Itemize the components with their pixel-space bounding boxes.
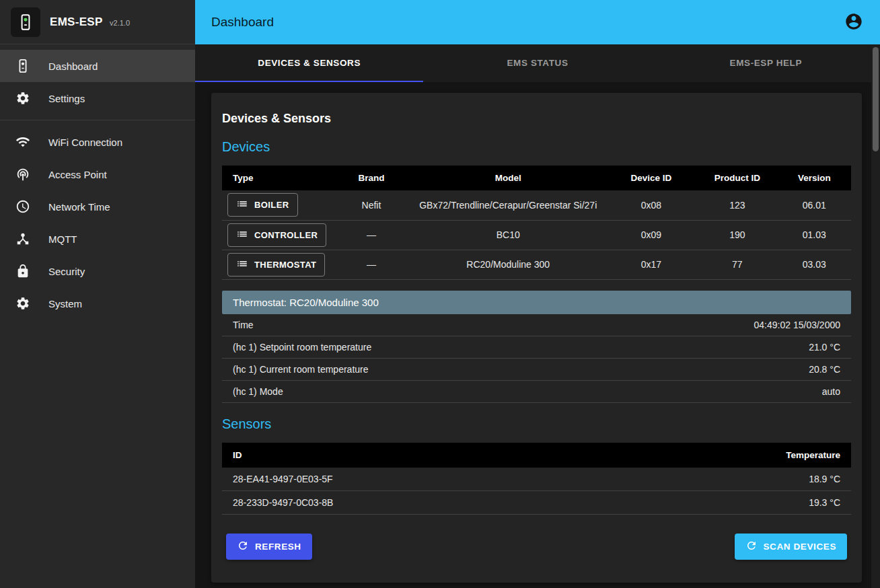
app-logo [11, 7, 40, 37]
detail-label: (hc 1) Current room temperature [233, 364, 369, 375]
sidebar-header: EMS-ESP v2.1.0 [0, 0, 195, 44]
sidebar: EMS-ESP v2.1.0 Dashboard Settings [0, 0, 195, 588]
device-hub-icon [15, 231, 31, 247]
device-type-button-boiler[interactable]: BOILER [227, 193, 298, 217]
page-title: Dashboard [211, 15, 274, 30]
tabbar: DEVICES & SENSORS EMS STATUS EMS-ESP HEL… [195, 44, 880, 82]
devices-heading: Devices [222, 139, 851, 155]
device-brand: Nefit [332, 190, 410, 220]
device-model: RC20/Moduline 300 [411, 250, 606, 279]
device-product-id: 190 [697, 220, 777, 250]
device-id: 0x08 [606, 190, 697, 220]
sidebar-item-label: Dashboard [48, 61, 98, 72]
sidebar-item-label: Security [48, 266, 85, 277]
sidebar-item-label: Access Point [48, 169, 107, 180]
sidebar-item-label: System [48, 298, 82, 309]
refresh-icon [237, 540, 249, 554]
list-icon [236, 198, 248, 212]
brand-version: v2.1.0 [110, 19, 130, 27]
brand: EMS-ESP v2.1.0 [50, 15, 130, 29]
detail-value: 04:49:02 15/03/2000 [754, 320, 840, 330]
detail-value: 20.8 °C [809, 364, 840, 375]
brand-name: EMS-ESP [50, 15, 103, 28]
tab-ems-status[interactable]: EMS STATUS [423, 44, 651, 82]
device-type-button-thermostat[interactable]: THERMOSTAT [227, 253, 325, 277]
account-circle-icon [844, 23, 863, 33]
column-header-product-id: Product ID [697, 166, 777, 190]
gear-icon [15, 90, 31, 106]
column-header-device-id: Device ID [606, 166, 697, 190]
actions-row: REFRESH SCAN DEVICES [222, 534, 851, 560]
device-brand: — [332, 250, 410, 279]
device-row: THERMOSTAT — RC20/Moduline 300 0x17 77 0… [222, 250, 851, 279]
device-type-label: THERMOSTAT [254, 260, 316, 270]
device-model: GBx72/Trendline/Cerapur/Greenstar Si/27i [411, 190, 606, 220]
ems-esp-logo-icon [17, 13, 34, 31]
wifi-icon [15, 134, 31, 150]
devices-sensors-card: Devices & Sensors Devices Type Brand Mod… [211, 93, 862, 583]
wifi-tethering-icon [15, 166, 31, 182]
device-icon [15, 58, 31, 74]
tab-ems-esp-help[interactable]: EMS-ESP HELP [652, 44, 880, 82]
sensor-id: 28-233D-9497-0C03-8B [222, 491, 609, 515]
device-version: 03.03 [778, 250, 851, 279]
app-root: EMS-ESP v2.1.0 Dashboard Settings [0, 0, 880, 588]
sidebar-item-security[interactable]: Security [0, 255, 195, 287]
tab-devices-sensors[interactable]: DEVICES & SENSORS [195, 44, 423, 82]
sidebar-item-label: WiFi Connection [48, 137, 122, 148]
lock-icon [15, 263, 31, 279]
list-icon [236, 258, 248, 272]
refresh-button[interactable]: REFRESH [226, 534, 312, 560]
device-row: BOILER Nefit GBx72/Trendline/Cerapur/Gre… [222, 190, 851, 220]
thermostat-details-header: Thermostat: RC20/Moduline 300 [222, 291, 851, 314]
refresh-icon [745, 540, 758, 554]
sidebar-item-label: Network Time [48, 201, 110, 213]
list-icon [236, 228, 248, 242]
device-product-id: 77 [697, 250, 777, 279]
thermostat-details-list: Time 04:49:02 15/03/2000 (hc 1) Setpoint… [222, 314, 851, 403]
sensors-table-header: ID Temperature [222, 443, 851, 468]
content-area: Devices & Sensors Devices Type Brand Mod… [195, 82, 880, 588]
column-header-temperature: Temperature [609, 443, 851, 468]
device-id: 0x17 [606, 250, 697, 279]
appbar: Dashboard [195, 0, 880, 44]
device-version: 06.01 [778, 190, 851, 220]
detail-label: (hc 1) Setpoint room temperature [233, 342, 371, 353]
account-button[interactable] [844, 12, 864, 32]
sidebar-item-dashboard[interactable]: Dashboard [0, 50, 195, 82]
devices-table: Type Brand Model Device ID Product ID Ve… [222, 166, 851, 280]
detail-label: (hc 1) Mode [233, 386, 283, 397]
column-header-brand: Brand [332, 166, 410, 190]
refresh-button-label: REFRESH [255, 542, 301, 552]
device-row: CONTROLLER — BC10 0x09 190 01.03 [222, 220, 851, 250]
sensor-temperature: 18.9 °C [609, 468, 851, 491]
detail-value: auto [822, 386, 840, 397]
detail-row: Time 04:49:02 15/03/2000 [222, 314, 851, 336]
device-version: 01.03 [778, 220, 851, 250]
scan-devices-button[interactable]: SCAN DEVICES [735, 534, 847, 560]
sidebar-item-access-point[interactable]: Access Point [0, 158, 195, 190]
sensor-id: 28-EA41-9497-0E03-5F [222, 468, 609, 491]
device-model: BC10 [411, 220, 606, 250]
scrollbar-thumb[interactable] [873, 47, 879, 151]
card-title: Devices & Sensors [222, 112, 851, 126]
sensors-heading: Sensors [222, 416, 851, 432]
device-id: 0x09 [606, 220, 697, 250]
sensor-row: 28-EA41-9497-0E03-5F 18.9 °C [222, 468, 851, 491]
sensors-table: ID Temperature 28-EA41-9497-0E03-5F 18.9… [222, 443, 851, 515]
column-header-model: Model [411, 166, 606, 190]
column-header-id: ID [222, 443, 609, 468]
sidebar-item-mqtt[interactable]: MQTT [0, 223, 195, 255]
sidebar-item-network-time[interactable]: Network Time [0, 190, 195, 223]
device-product-id: 123 [697, 190, 777, 220]
sidebar-item-label: MQTT [48, 233, 77, 245]
column-header-version: Version [778, 166, 851, 190]
gear-icon [15, 295, 31, 311]
device-type-button-controller[interactable]: CONTROLLER [227, 223, 326, 247]
sidebar-item-wifi-connection[interactable]: WiFi Connection [0, 126, 195, 158]
scrollbar-track[interactable] [871, 44, 880, 588]
sidebar-item-system[interactable]: System [0, 287, 195, 320]
main-area: Dashboard DEVICES & SENSORS EMS STATUS E… [195, 0, 880, 588]
sidebar-item-settings[interactable]: Settings [0, 82, 195, 114]
clock-icon [15, 198, 31, 215]
